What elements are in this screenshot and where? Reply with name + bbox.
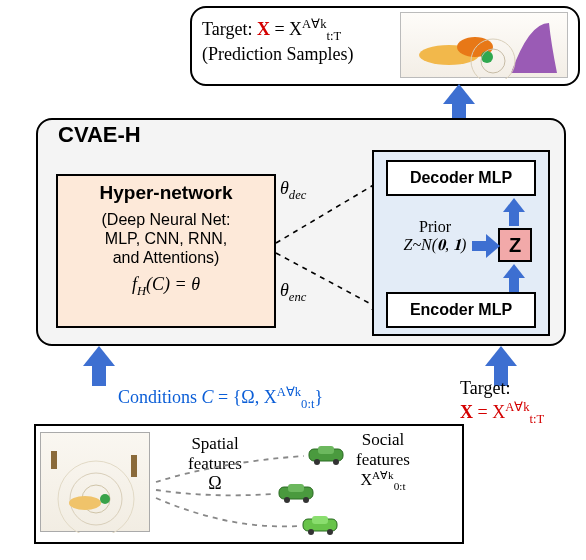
- social-text: Social features: [356, 430, 410, 469]
- conditions-label: Conditions C = {Ω, XA∀k0:t}: [118, 384, 323, 412]
- target-in-eq: = X: [473, 402, 505, 422]
- target-eq: = X: [270, 19, 302, 39]
- prior-word: Prior: [394, 218, 476, 236]
- hyper-network-box: Hyper-network (Deep Neural Net: MLP, CNN…: [56, 174, 276, 328]
- hyper-subtitle: (Deep Neural Net: MLP, CNN, RNN, and Att…: [64, 210, 268, 268]
- svg-point-13: [100, 494, 110, 504]
- prior-eq: Z~N(𝟎, 𝟏): [394, 236, 476, 254]
- target-x: X: [257, 19, 270, 39]
- cvae-h-title: CVAE-H: [54, 122, 145, 148]
- svg-rect-11: [131, 455, 137, 477]
- cond-word: Conditions: [118, 387, 202, 407]
- cond-sub: 0:t: [301, 397, 314, 411]
- svg-point-12: [69, 496, 101, 510]
- svg-point-2: [481, 51, 493, 63]
- encoder-box: Encoder MLP: [386, 292, 536, 328]
- hyper-title: Hyper-network: [64, 182, 268, 204]
- target-sup: A∀k: [302, 17, 326, 31]
- arrow-up-icon: [504, 264, 524, 292]
- prediction-image: [400, 12, 568, 78]
- arrow-up-icon: [84, 346, 114, 386]
- svg-point-9: [58, 461, 134, 533]
- cond-close: }: [314, 387, 323, 407]
- z-box: Z: [498, 228, 532, 262]
- hyper-fn-sub: H: [137, 283, 146, 297]
- social-sup: A∀k: [372, 469, 394, 481]
- svg-line-6: [276, 253, 382, 310]
- svg-rect-10: [51, 451, 57, 469]
- scene-viz-icon: [41, 433, 151, 533]
- target-in-x: X: [460, 402, 473, 422]
- cond-c: C: [202, 387, 214, 407]
- arrow-right-icon: [472, 234, 500, 258]
- scene-image: [40, 432, 150, 532]
- social-sym: X: [360, 471, 372, 488]
- hyper-fn-arg: (C) = θ: [146, 274, 200, 294]
- social-label: Social features XA∀k0:t: [338, 430, 428, 492]
- hyper-function: fH(C) = θ: [64, 274, 268, 299]
- target-in-prefix: Target:: [460, 378, 570, 399]
- target-input-label: Target: X = XA∀kt:T: [460, 378, 570, 427]
- dashed-curves: [150, 432, 350, 540]
- prediction-viz-icon: [401, 13, 569, 79]
- cond-eq: = {Ω, X: [214, 387, 277, 407]
- arrow-up-icon: [504, 198, 524, 226]
- target-sub: t:T: [326, 29, 341, 43]
- social-sub: 0:t: [394, 480, 406, 492]
- decoder-box: Decoder MLP: [386, 160, 536, 196]
- cond-sup: A∀k: [277, 385, 301, 399]
- target-in-sub: t:T: [530, 412, 545, 426]
- svg-line-5: [276, 180, 382, 243]
- prior-label: Prior Z~N(𝟎, 𝟏): [394, 218, 476, 254]
- target-prefix: Target:: [202, 19, 257, 39]
- target-in-sup: A∀k: [505, 400, 529, 414]
